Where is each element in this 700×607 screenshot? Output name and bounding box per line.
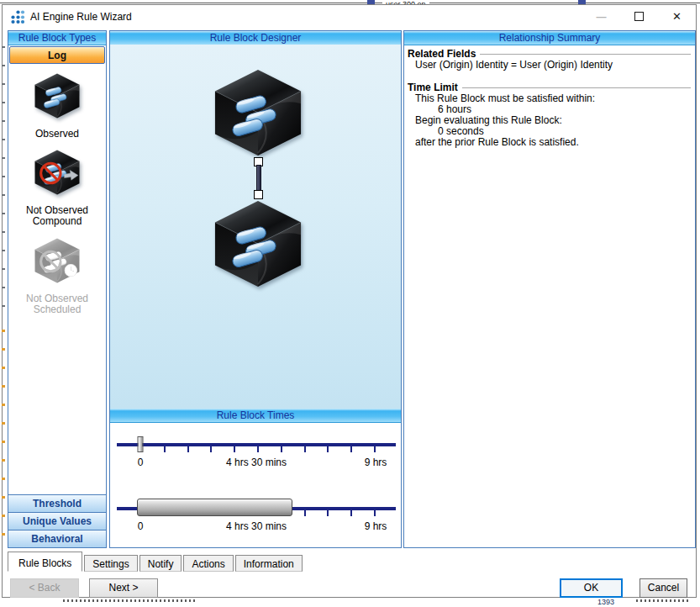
rule-block-type-label: Not Observed Scheduled	[15, 293, 99, 315]
tab-rule-blocks[interactable]: Rule Blocks	[8, 552, 82, 572]
rule-block-type-label: Observed	[15, 129, 99, 140]
slider-range-zone	[140, 499, 376, 517]
maximize-icon	[634, 12, 644, 21]
not-observed-compound-cube-icon	[31, 149, 83, 196]
relationship-summary-header: Relationship Summary	[404, 31, 695, 45]
time-slider-1: 0 4 hrs 30 mins 9 hrs	[117, 434, 396, 486]
app-logo-dots-icon	[10, 9, 25, 24]
rule-block-type-not-observed-scheduled: Not Observed Scheduled	[15, 237, 99, 315]
section-rule-line	[462, 87, 691, 88]
rule-block-cube-2[interactable]	[208, 198, 308, 289]
related-fields-line: User (Origin) Identity = User (Origin) I…	[415, 60, 691, 71]
relationship-summary-body: Related Fields User (Origin) Identity = …	[404, 45, 695, 148]
time-range-bar[interactable]	[137, 499, 292, 516]
cancel-button[interactable]: Cancel	[639, 578, 687, 598]
time-limit-section: Time Limit This Rule Block must be satis…	[408, 82, 691, 148]
rule-block-type-list: Observed Not Observed Compound Not Obser…	[8, 66, 106, 315]
rule-block-times-area: 0 4 hrs 30 mins 9 hrs 0 4 hrs 30 mins 9 …	[110, 423, 401, 547]
slider-mid-label: 4 hrs 30 mins	[226, 520, 287, 532]
rule-block-times-header: Rule Block Times	[110, 409, 401, 423]
time-slider-2: 0 4 hrs 30 mins 9 hrs	[117, 498, 396, 550]
next-button[interactable]: Next >	[89, 578, 158, 598]
background-window-bottom-sliver: 1393	[0, 599, 700, 607]
related-fields-section: Related Fields User (Origin) Identity = …	[408, 48, 691, 71]
rule-block-cube-1[interactable]	[208, 67, 308, 158]
designer-canvas[interactable]	[110, 45, 401, 409]
connector-bar	[256, 165, 261, 192]
log-category-button[interactable]: Log	[9, 46, 105, 64]
ai-engine-rule-wizard-dialog: AI Engine Rule Wizard — ✕ Rule Block Typ…	[2, 4, 697, 598]
maximize-button[interactable]	[620, 5, 658, 29]
relationship-summary-panel: Relationship Summary Related Fields User…	[403, 30, 696, 548]
observed-cube-icon	[31, 72, 83, 119]
block-connector[interactable]	[253, 157, 264, 199]
back-button[interactable]: < Back	[10, 578, 79, 598]
unique-values-category-button[interactable]: Unique Values	[8, 512, 106, 530]
rule-block-designer-panel: Rule Block Designer Rule Block Times 0 4…	[109, 30, 402, 548]
rule-block-type-label: Not Observed Compound	[15, 205, 99, 227]
wizard-tabs: Rule Blocks Settings Notify Actions Info…	[8, 552, 304, 572]
tab-actions[interactable]: Actions	[183, 555, 233, 572]
rule-block-type-not-observed-compound[interactable]: Not Observed Compound	[15, 149, 99, 227]
slider-start-label: 0	[138, 457, 144, 468]
background-left-edge-marks	[2, 46, 5, 315]
slider-ticks	[140, 445, 376, 452]
slider-end-label: 9 hrs	[365, 520, 387, 532]
not-observed-scheduled-cube-icon	[31, 237, 83, 284]
rule-block-designer-header: Rule Block Designer	[110, 31, 401, 45]
time-limit-title: Time Limit	[408, 82, 458, 93]
slider-mid-label: 4 hrs 30 mins	[226, 457, 287, 468]
tab-settings[interactable]: Settings	[84, 555, 137, 572]
minimize-button[interactable]: —	[582, 5, 620, 29]
background-bottom-number: 1393	[597, 599, 614, 606]
time-limit-line: after the prior Rule Block is satisfied.	[415, 137, 691, 148]
close-button[interactable]: ✕	[658, 5, 696, 29]
threshold-category-button[interactable]: Threshold	[8, 494, 106, 512]
slider-handle[interactable]	[138, 436, 144, 452]
slider-start-label: 0	[138, 520, 144, 532]
rule-block-type-observed[interactable]: Observed	[15, 72, 99, 140]
category-buttons: Threshold Unique Values Behavioral	[8, 494, 106, 547]
tab-information[interactable]: Information	[235, 555, 303, 572]
rule-block-types-header: Rule Block Types	[8, 31, 106, 45]
ok-button[interactable]: OK	[560, 578, 623, 598]
background-left-edge-marks-orange	[2, 330, 5, 546]
window-title: AI Engine Rule Wizard	[30, 11, 132, 23]
behavioral-category-button[interactable]: Behavioral	[8, 530, 106, 547]
related-fields-title: Related Fields	[408, 48, 476, 60]
title-bar: AI Engine Rule Wizard — ✕	[3, 5, 696, 29]
rule-block-types-panel: Rule Block Types Log Observed Not Observ…	[8, 30, 107, 548]
tab-notify[interactable]: Notify	[139, 555, 182, 572]
section-rule-line	[480, 54, 691, 55]
slider-end-label: 9 hrs	[365, 457, 387, 468]
